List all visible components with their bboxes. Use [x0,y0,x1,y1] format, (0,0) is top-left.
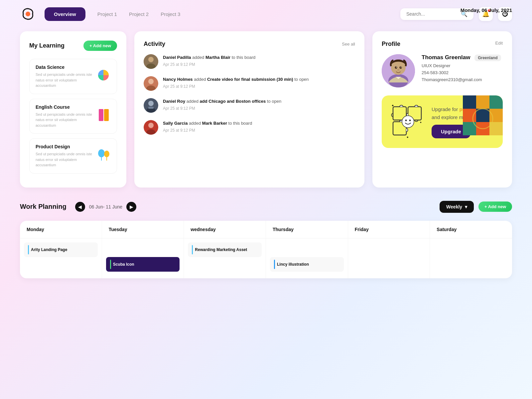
see-all-link[interactable]: See all [342,42,355,47]
svg-point-27 [401,67,401,67]
learning-item-desc: Sed ut perspiciatis unde omnis iste natu… [36,151,96,168]
activity-panel: Activity See all Daniel Padilla added Ma… [134,31,364,188]
profile-badge: Greenland [474,55,501,61]
activity-time: Apr 25 at 9:12 PM [163,128,252,133]
edit-link[interactable]: Edit [495,41,503,48]
activity-text: Nancy Holmes added Create video for fina… [163,76,309,83]
svg-rect-38 [463,95,476,109]
cal-cell-saturday [430,238,512,278]
day-header-thursday: Thursday [266,221,348,238]
learning-item-icon [97,108,111,125]
cal-cell-thursday: Lincy illustration [266,238,348,278]
avatar [144,98,158,113]
activity-time: Apr 25 at 9:12 PM [163,62,255,67]
dropdown-icon: ▾ [465,204,467,209]
svg-point-33 [405,120,407,121]
nav-project3[interactable]: Project 3 [161,11,180,17]
svg-point-6 [104,151,109,157]
profile-phone: 254-583-3002 [422,70,501,75]
work-planning-section: Work Planning ◀ 06 Jun- 11 June ▶ Weekly… [0,198,532,292]
day-header-friday: Friday [348,221,430,238]
day-header-monday: Monday [20,221,102,238]
date-display: Monday, 06 July, 2021 [461,7,512,13]
task-arity[interactable]: Arity Landing Page [24,242,98,257]
top-nav: Overview Project 1 Project 2 Project 3 🔍… [0,0,532,28]
svg-rect-3 [104,109,109,121]
learning-item-title: Product Design [36,144,96,149]
cal-cell-tuesday: Scuba Icon [102,238,184,278]
profile-name: Thomas Greenlaw Greenland [422,54,501,61]
profile-title: Profile [382,41,400,48]
day-header-saturday: Saturday [430,221,512,238]
search-input[interactable] [406,11,461,17]
work-planning-add-button[interactable]: + Add new [478,201,512,212]
weekly-button[interactable]: Weekly ▾ [440,201,474,213]
learning-item-product-design[interactable]: Product Design Sed ut perspiciatis unde … [29,138,117,174]
activity-text: Sally Garcia added Mark Barker to this b… [163,120,252,127]
profile-avatar [382,54,415,87]
svg-rect-41 [463,109,476,122]
learning-item-desc: Sed ut perspiciatis unde omnis iste natu… [36,112,97,128]
my-learning-panel: My Learning + Add new Data Science Sed u… [20,31,126,188]
svg-rect-39 [476,95,489,109]
learning-item-desc: Sed ut perspiciatis unde omnis iste natu… [36,72,96,88]
activity-item: Nancy Holmes added Create video for fina… [144,76,355,91]
upgrade-card: ✦ ✦ ✦ Upgrade for pro account and explor… [382,95,503,148]
task-lincy[interactable]: Lincy illustration [270,257,344,272]
date-navigation: ◀ 06 Jun- 11 June ▶ [75,202,136,212]
profile-role: UIUX Designer [422,63,501,68]
svg-point-15 [148,101,154,106]
upgrade-decoration [463,95,503,148]
task-scuba[interactable]: Scuba Icon [106,257,180,272]
svg-rect-43 [489,109,503,122]
nav-project1[interactable]: Project 1 [97,11,117,17]
work-planning-title: Work Planning [20,203,66,210]
activity-item: Daniel Padilla added Martha Blair to thi… [144,54,355,69]
activity-time: Apr 25 at 9:12 PM [163,106,281,111]
svg-text:✦: ✦ [406,136,409,139]
svg-point-24 [395,66,397,69]
profile-panel: Profile Edit [372,31,512,188]
learning-item-title: English Course [36,104,97,110]
learning-item-title: Data Science [36,65,96,70]
day-header-tuesday: Tuesday [102,221,184,238]
activity-title: Activity [144,41,165,48]
avatar [144,120,158,135]
avatar [144,54,158,69]
activity-text: Daniel Roy added add Chicago and Boston … [163,98,281,105]
activity-item: Sally Garcia added Mark Barker to this b… [144,120,355,135]
logo [20,6,36,22]
svg-point-12 [148,79,154,84]
learning-item-data-science[interactable]: Data Science Sed ut perspiciatis unde om… [29,59,117,94]
upgrade-illustration: ✦ ✦ ✦ [390,103,426,140]
svg-point-26 [396,67,397,67]
svg-rect-17 [148,107,154,109]
my-learning-title: My Learning [29,42,65,49]
svg-point-34 [409,120,411,121]
svg-point-0 [26,12,30,16]
learning-item-icon [96,68,111,85]
calendar-header: Monday Tuesday wednesday Thursday Friday… [20,221,512,238]
activity-item: Daniel Roy added add Chicago and Boston … [144,98,355,113]
svg-point-4 [98,149,105,157]
overview-button[interactable]: Overview [45,7,85,21]
cal-cell-friday [348,238,430,278]
my-learning-add-button[interactable]: + Add new [83,41,117,51]
next-week-button[interactable]: ▶ [126,202,136,212]
svg-point-25 [400,66,402,69]
svg-point-28 [397,69,399,70]
activity-text: Daniel Padilla added Martha Blair to thi… [163,54,255,61]
date-range: 06 Jun- 11 June [89,204,122,209]
svg-rect-42 [476,109,489,122]
prev-week-button[interactable]: ◀ [75,202,85,212]
main-content: My Learning + Add new Data Science Sed u… [0,28,532,198]
learning-item-english[interactable]: English Course Sed ut perspiciatis unde … [29,99,117,134]
cal-cell-wednesday: Rewarding Marketing Asset [184,238,266,278]
svg-text:✦: ✦ [420,121,422,124]
activity-time: Apr 25 at 9:12 PM [163,84,309,89]
task-marketing[interactable]: Rewarding Marketing Asset [188,242,262,257]
nav-project2[interactable]: Project 2 [129,11,149,17]
avatar [144,76,158,91]
learning-item-icon [96,147,111,164]
calendar-grid: Monday Tuesday wednesday Thursday Friday… [20,221,512,278]
